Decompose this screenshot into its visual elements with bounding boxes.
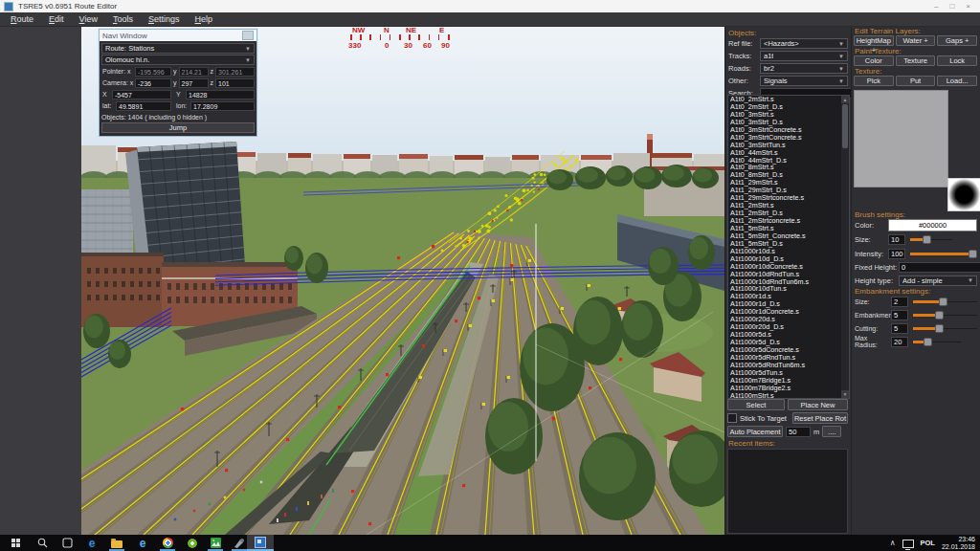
list-item[interactable]: A1t100mStrt.s <box>728 392 849 399</box>
texture-button[interactable]: Texture <box>896 55 936 66</box>
window-title: TSRE5 v0.6951 Route Editor <box>18 2 117 11</box>
edit-terrain-layers-label: Edit Terrain Layers: <box>855 27 921 35</box>
more-button[interactable]: .... <box>822 426 841 437</box>
lock-button[interactable]: Lock <box>937 55 977 66</box>
load-button[interactable]: Load... <box>937 76 977 86</box>
tile-x-value[interactable]: -5457 <box>112 90 171 99</box>
embankment-size-slider[interactable] <box>913 298 977 306</box>
brush-color-field[interactable]: #000000 <box>888 219 977 231</box>
camera-z-value[interactable]: 101 <box>215 78 255 88</box>
menu-view[interactable]: View <box>72 12 105 26</box>
jump-button[interactable]: Jump <box>101 122 255 133</box>
close-button[interactable]: × <box>966 0 970 12</box>
language-indicator[interactable]: POL <box>921 539 935 547</box>
brush-intensity-slider[interactable] <box>910 250 977 258</box>
recent-items-label: Recent items: <box>725 437 778 449</box>
lon-value[interactable]: 17.2809 <box>190 101 255 111</box>
pick-button[interactable]: Pick <box>854 76 894 86</box>
tsre5-route-editor-window: TSRE5 v0.6951 Route Editor – □ × Route E… <box>0 0 980 551</box>
taskbar-green-app[interactable] <box>181 535 204 551</box>
recent-items-list[interactable] <box>727 449 848 534</box>
height-type-select[interactable]: Add - simple ▼ <box>899 276 977 286</box>
cutting-slider[interactable] <box>913 324 977 333</box>
camera-x-value[interactable]: -236 <box>135 78 171 88</box>
file-explorer-icon <box>111 540 122 548</box>
terrain-panel: Edit Terrain Layers: HeightMap + Water +… <box>851 27 980 535</box>
menu-route[interactable]: Route <box>3 12 41 26</box>
navi-window-button[interactable] <box>242 31 254 40</box>
minimize-button[interactable]: – <box>934 0 938 12</box>
menu-edit[interactable]: Edit <box>41 12 72 26</box>
water-button[interactable]: Water + <box>896 35 936 46</box>
brush-size-value[interactable]: 10 <box>888 234 905 245</box>
left-empty-strip <box>0 27 81 535</box>
put-button[interactable]: Put <box>896 76 936 86</box>
auto-placement-unit: m <box>813 428 819 436</box>
select-button[interactable]: Select <box>727 399 785 410</box>
object-list-scrollbar[interactable]: ▲ ▼ <box>841 96 849 398</box>
compass-number: 30 <box>404 41 412 50</box>
menu-settings[interactable]: Settings <box>141 12 188 26</box>
compass-number: 60 <box>423 41 432 50</box>
taskbar-explorer[interactable] <box>105 535 128 551</box>
auto-placement-button[interactable]: Auto Placement <box>727 426 783 437</box>
menu-tools[interactable]: Tools <box>105 12 141 26</box>
taskbar-photos[interactable] <box>204 535 227 551</box>
navi-window-title: Navi Window <box>102 32 147 40</box>
cutting-value[interactable]: 5 <box>891 323 908 334</box>
max-radius-slider[interactable] <box>913 338 961 346</box>
chevron-down-icon: ▼ <box>968 277 973 283</box>
menu-help[interactable]: Help <box>187 12 220 26</box>
texture-preview[interactable] <box>854 90 948 187</box>
brush-size-slider[interactable] <box>910 235 952 244</box>
embankment-size-value[interactable]: 2 <box>891 297 908 307</box>
scroll-up-icon[interactable]: ▲ <box>841 96 849 103</box>
compass-label: N <box>384 27 390 34</box>
tray-expand-icon[interactable]: ∧ <box>890 539 896 547</box>
taskbar-internet-explorer[interactable]: e <box>131 535 154 551</box>
scrollbar-thumb[interactable] <box>842 104 848 148</box>
stick-to-target-checkbox[interactable] <box>727 413 737 423</box>
start-button[interactable] <box>4 535 27 551</box>
lat-value[interactable]: 49.5891 <box>116 101 171 111</box>
gaps-button[interactable]: Gaps + <box>937 35 977 46</box>
network-icon[interactable] <box>902 540 914 548</box>
pointer-label: Pointer: x <box>101 68 134 75</box>
ref-file-select[interactable]: <Hazards> ▼ <box>760 38 848 49</box>
viewport-3d[interactable]: NW N NE E 330 0 30 60 90 Navi Window Rou… <box>81 27 724 535</box>
taskbar-edge[interactable]: e <box>80 535 103 551</box>
taskbar-tsre5-active[interactable] <box>247 535 274 551</box>
taskbar-clock[interactable]: 23:46 22.01.2018 <box>942 536 975 551</box>
auto-placement-distance-input[interactable] <box>786 427 811 437</box>
task-view-button[interactable] <box>56 535 78 551</box>
color-button[interactable]: Color <box>854 55 894 66</box>
place-new-button[interactable]: Place New <box>788 399 848 410</box>
compass-number: 0 <box>385 41 389 50</box>
tracks-select[interactable]: a1t ▼ <box>760 51 848 61</box>
tile-y-value[interactable]: 14828 <box>186 90 255 99</box>
taskbar-chrome[interactable] <box>156 535 179 551</box>
fixed-height-input[interactable] <box>899 262 980 273</box>
embankment-slider[interactable] <box>913 311 977 320</box>
other-select[interactable]: Signals ▼ <box>760 76 848 86</box>
object-list[interactable]: A1t0_2mStrt.sA1t0_2mStrt_D.sA1t0_3mStrt.… <box>727 95 850 399</box>
search-button[interactable] <box>31 535 54 551</box>
roads-select[interactable]: br2 ▼ <box>760 63 848 74</box>
route-select[interactable]: Route: Stations ▼ <box>101 43 255 54</box>
embankment-value[interactable]: 5 <box>891 310 908 320</box>
embankment-settings-label: Embankment settings: <box>855 287 930 296</box>
station-select[interactable]: Olomouc hl.n. ▼ <box>101 55 255 65</box>
compass-number: 90 <box>441 41 450 50</box>
reset-place-rot-button[interactable]: Reset Place Rot <box>792 412 848 424</box>
maximize-button[interactable]: □ <box>949 0 954 12</box>
navi-window-titlebar[interactable]: Navi Window <box>100 30 256 41</box>
max-radius-value[interactable]: 20 <box>891 337 908 347</box>
scroll-down-icon[interactable]: ▼ <box>841 390 849 398</box>
camera-y-value[interactable]: 297 <box>179 78 209 88</box>
brush-preview <box>947 178 980 211</box>
paint-texture-label: Paint Texture: <box>855 47 902 55</box>
objects-count: Objects: 1404 ( including 0 hidden ) <box>101 112 255 121</box>
brush-intensity-value[interactable]: 100 <box>888 249 905 259</box>
system-tray: ∧ POL 23:46 22.01.2018 <box>890 535 980 551</box>
heightmap-button[interactable]: HeightMap + <box>854 35 894 46</box>
